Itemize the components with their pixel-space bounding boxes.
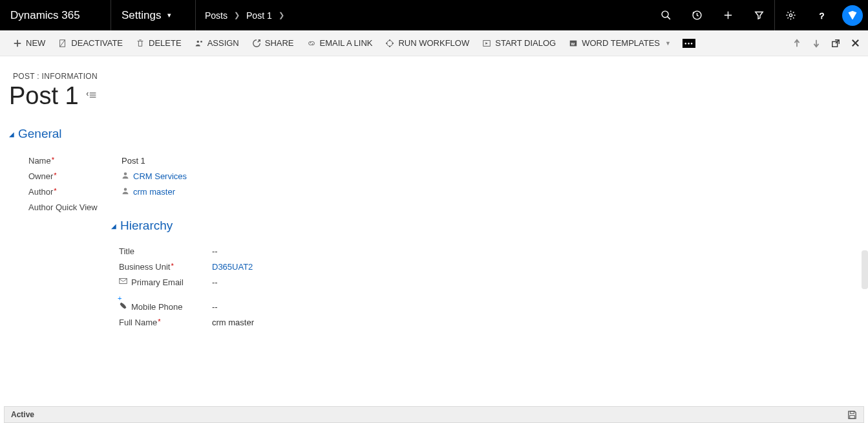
cmd-assign[interactable]: ASSIGN <box>188 30 246 56</box>
cmd-share[interactable]: SHARE <box>246 30 301 56</box>
user-badge[interactable] <box>837 0 868 30</box>
cmd-share-label: SHARE <box>265 38 294 48</box>
author-link[interactable]: crm master <box>133 187 175 197</box>
save-icon <box>847 410 857 420</box>
filter-button[interactable] <box>743 0 774 30</box>
area-switcher[interactable]: Settings ▾ <box>111 0 196 30</box>
svg-rect-24 <box>850 415 855 418</box>
close-button[interactable] <box>850 38 860 49</box>
cmd-deactivate[interactable]: DEACTIVATE <box>52 30 129 56</box>
required-icon: * <box>54 187 56 195</box>
cmd-emaillink[interactable]: EMAIL A LINK <box>301 30 379 56</box>
svg-text:?: ? <box>820 10 824 20</box>
recommended-icon: + <box>118 294 122 302</box>
svg-point-6 <box>196 40 199 43</box>
mobile-label: Mobile Phone <box>131 302 183 312</box>
title-value[interactable]: -- <box>212 246 218 256</box>
cmd-delete-label: DELETE <box>149 38 182 48</box>
author-label: Author <box>28 187 53 197</box>
save-button[interactable] <box>847 410 857 420</box>
svg-text:W: W <box>571 41 575 45</box>
mobile-value[interactable]: -- <box>212 302 218 312</box>
cmd-assign-label: ASSIGN <box>207 38 239 48</box>
collapse-icon: ◢ <box>111 222 116 230</box>
person-icon <box>122 187 129 197</box>
scrollbar[interactable] <box>862 250 868 289</box>
cmd-wordtemplates[interactable]: W WORD TEMPLATES ▼ <box>562 30 677 56</box>
cmd-overflow[interactable]: ●●● <box>683 39 695 48</box>
collapse-icon: ◢ <box>9 131 14 138</box>
required-icon: * <box>54 171 56 179</box>
email-label: Primary Email <box>131 277 184 287</box>
name-value[interactable]: Post 1 <box>122 156 145 166</box>
mail-icon <box>119 277 127 287</box>
svg-point-11 <box>389 45 390 47</box>
gear-icon <box>785 10 796 21</box>
command-bar: NEW DEACTIVATE DELETE ASSIGN SHARE EMAIL… <box>0 30 868 56</box>
brand[interactable]: Dynamics 365 <box>0 0 111 30</box>
cmd-runworkflow-label: RUN WORKFLOW <box>398 38 469 48</box>
cmd-emaillink-label: EMAIL A LINK <box>320 38 373 48</box>
clock-icon <box>692 10 703 21</box>
cmd-new-label: NEW <box>26 38 45 48</box>
chevron-down-icon: ▾ <box>167 11 171 19</box>
owner-label: Owner <box>28 171 53 181</box>
svg-point-3 <box>789 14 792 16</box>
record-title: Post 1 <box>9 82 79 110</box>
crumb-post1[interactable]: Post 1 <box>246 10 272 21</box>
svg-point-7 <box>200 40 202 42</box>
svg-point-21 <box>124 188 127 191</box>
fullname-value[interactable]: crm master <box>212 318 254 327</box>
dialog-icon <box>482 39 491 48</box>
trash-icon <box>136 39 145 48</box>
owner-link[interactable]: CRM Services <box>133 171 187 181</box>
svg-point-9 <box>389 39 390 41</box>
recent-button[interactable] <box>681 0 712 30</box>
prev-record[interactable] <box>792 38 802 49</box>
global-tools: ? <box>650 0 868 30</box>
section-general-label: General <box>18 127 62 141</box>
svg-rect-22 <box>120 278 127 283</box>
aqv-label: Author Quick View <box>28 202 98 212</box>
section-hierarchy[interactable]: ◢ Hierarchy <box>0 215 868 233</box>
assign-icon <box>195 39 204 48</box>
new-button[interactable] <box>712 0 743 30</box>
funnel-icon <box>754 10 765 21</box>
settings-button[interactable] <box>775 0 806 30</box>
cmd-startdialog-label: START DIALOG <box>495 38 556 48</box>
cmd-startdialog[interactable]: START DIALOG <box>476 30 562 56</box>
phone-icon <box>119 301 127 312</box>
next-record[interactable] <box>811 38 821 49</box>
area-label: Settings <box>122 9 161 22</box>
required-icon: * <box>52 156 54 164</box>
bu-link[interactable]: D365UAT2 <box>212 262 253 272</box>
search-button[interactable] <box>650 0 681 30</box>
popout[interactable] <box>831 38 841 49</box>
general-fields: Name* Post 1 Owner* CRM Services Author*… <box>0 141 868 215</box>
global-nav: Dynamics 365 Settings ▾ Posts ❯ Post 1 ❯… <box>0 0 868 30</box>
record-nav <box>792 38 862 49</box>
cmd-delete[interactable]: DELETE <box>129 30 188 56</box>
help-button[interactable]: ? <box>806 0 837 30</box>
avatar <box>842 5 863 26</box>
person-icon <box>122 171 129 181</box>
cmd-new[interactable]: NEW <box>6 30 52 56</box>
email-value[interactable]: -- <box>212 277 218 287</box>
svg-point-10 <box>392 42 394 43</box>
plus-icon <box>13 39 22 48</box>
form-selector[interactable] <box>87 91 97 101</box>
required-icon: * <box>158 318 160 325</box>
deactivate-icon <box>58 39 67 48</box>
crumb-posts[interactable]: Posts <box>205 10 228 21</box>
chevron-right-icon: ❯ <box>279 11 284 19</box>
svg-point-12 <box>386 42 388 43</box>
status-text: Active <box>11 410 34 419</box>
cmd-deactivate-label: DEACTIVATE <box>71 38 123 48</box>
breadcrumb: Posts ❯ Post 1 ❯ <box>196 0 650 30</box>
share-icon <box>252 39 261 48</box>
cmd-runworkflow[interactable]: RUN WORKFLOW <box>379 30 476 56</box>
chevron-down-icon: ▼ <box>665 40 671 47</box>
diamond-icon <box>847 10 858 21</box>
section-general[interactable]: ◢ General <box>0 110 868 141</box>
required-icon: * <box>171 262 173 270</box>
